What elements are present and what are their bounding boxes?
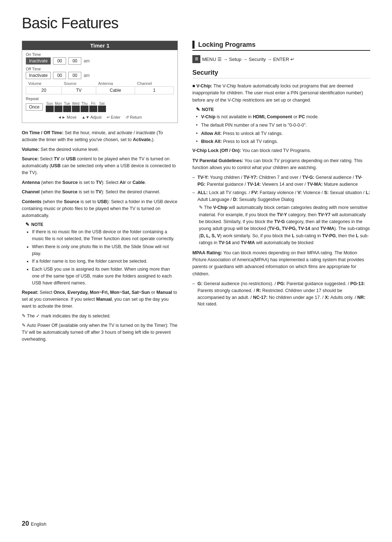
vchip-auto-note: ✎ The V-Chip will automatically block ce… (199, 204, 370, 246)
off-time-label: Off Time (26, 67, 174, 71)
source-col-header: Source (62, 81, 96, 87)
repeat-row: Repeat Once Sun Mon (26, 97, 174, 112)
mpaa-item-1: G: General audience (no restrictions). /… (192, 280, 370, 308)
off-time-hour[interactable]: 00 (53, 72, 66, 79)
left-note-header: ✎ NOTE (25, 222, 178, 227)
volume-text: Volume: Set the desired volume level. (22, 146, 178, 153)
nav-adjust: ▲▼ Adjust (82, 115, 102, 120)
mpaa-intro: MPAA Rating: You can block movies depend… (192, 250, 370, 278)
security-title: Security (192, 69, 370, 78)
auto-power-text: ✎ Auto Power Off (available only when th… (22, 322, 178, 342)
volume-value[interactable]: 20 (26, 87, 62, 94)
vchip-lock-text: V-Chip Lock (Off / On): You can block ra… (192, 147, 370, 154)
day-wed[interactable]: Wed (72, 102, 80, 112)
section-bar-icon (192, 41, 195, 49)
day-fri[interactable]: Fri (89, 102, 97, 112)
parental-item-2: ALL: Lock all TV ratings. / FV: Fantasy … (192, 189, 370, 203)
left-note-title: NOTE (31, 222, 43, 227)
on-time-min[interactable]: 00 (68, 57, 81, 65)
repeat-once-btn[interactable]: Once (26, 103, 43, 111)
nav-enter: ↵ Enter (107, 115, 121, 120)
day-thu[interactable]: Thu (81, 102, 89, 112)
locking-programs-header: Locking Programs (192, 41, 370, 51)
left-note-list: If there is no music file on the USB dev… (32, 229, 178, 286)
menu-icon: ☰ (192, 55, 200, 63)
note-item-4: Each USB you use is assigned its own fol… (32, 266, 178, 286)
day-sat[interactable]: Sat (98, 102, 106, 112)
note-item-1: If there is no music file on the USB dev… (32, 229, 178, 242)
left-note-section: ✎ NOTE If there is no music file on the … (25, 222, 178, 286)
parental-guidelines-text: TV Parental Guidelines: You can block TV… (192, 157, 370, 172)
channel-text: Channel (when the Source is set to TV): … (22, 189, 178, 196)
channel-value[interactable]: 1 (135, 87, 173, 94)
parental-item-1: TV-Y: Young children / TV-Y7: Children 7… (192, 174, 370, 188)
day-tue[interactable]: Tue (63, 102, 71, 112)
source-value[interactable]: TV (62, 87, 96, 94)
off-time-ampm: am (83, 73, 90, 78)
page-number: 20 English (22, 520, 46, 527)
off-time-btn[interactable]: Inactivate (26, 72, 51, 79)
repeat-text: Repeat: Select Once, Everyday, Mon~Fri, … (22, 289, 178, 309)
timer-settings-table: Volume Source Antenna Channel 20 TV Cabl… (26, 81, 174, 94)
left-column: Timer 1 On Time Inactivate 00 00 am Off … (22, 41, 178, 346)
vchip-note-1: V-Chip is not available in HDMI, Compone… (196, 114, 370, 120)
timer-title: Timer 1 (22, 41, 177, 50)
volume-col-header: Volume (26, 81, 62, 87)
page-title: Basic Features (22, 15, 370, 32)
left-text-content: On Time / Off Time: Set the hour, minute… (22, 130, 178, 343)
on-time-fields: Inactivate 00 00 am (26, 57, 174, 65)
note-item-3: If a folder name is too long, the folder… (32, 258, 178, 265)
on-time-ampm: am (83, 58, 90, 63)
day-sun[interactable]: Sun (46, 102, 54, 112)
right-note-list: V-Chip is not available in HDMI, Compone… (196, 114, 370, 145)
nav-move: ◄► Move (58, 115, 77, 120)
page-language: English (31, 521, 46, 527)
right-note-title: NOTE (202, 107, 214, 112)
right-text-content: ■ V-Chip: The V-Chip feature automatical… (192, 83, 370, 308)
timer-nav: ◄► Move ▲▼ Adjust ↵ Enter ↺ Return (26, 115, 174, 120)
source-text: Source: Select TV or USB content to be p… (22, 156, 178, 176)
locking-programs-title: Locking Programs (198, 41, 256, 49)
repeat-label: Repeat (26, 97, 174, 101)
pencil-icon: ✎ (25, 222, 29, 227)
vchip-note-3: Allow All: Press to unlock all TV rating… (196, 130, 370, 137)
on-time-btn[interactable]: Inactivate (26, 57, 51, 65)
timer-box: Timer 1 On Time Inactivate 00 00 am Off … (22, 41, 178, 123)
note-item-2: When there is only one photo file in the… (32, 243, 178, 257)
right-note-header: ✎ NOTE (196, 107, 370, 112)
right-note-section: ✎ NOTE V-Chip is not available in HDMI, … (196, 107, 370, 145)
right-pencil-icon: ✎ (196, 107, 200, 112)
nav-return: ↺ Return (126, 115, 142, 120)
vchip-note-4: Block All: Press to lock all TV ratings. (196, 138, 370, 145)
contents-text: Contents (when the Source is set to USB)… (22, 198, 178, 219)
right-column: Locking Programs ☰ MENU ☰ → Setup → Secu… (192, 41, 370, 346)
antenna-col-header: Antenna (96, 81, 135, 87)
menu-path-text: MENU ☰ → Setup → Security → ENTER ↵ (202, 57, 294, 62)
antenna-text: Antenna (when the Source is set to TV): … (22, 179, 178, 186)
channel-col-header: Channel (135, 81, 173, 87)
on-time-label: On Time (26, 52, 174, 57)
mpaa-list: G: General audience (no restrictions). /… (192, 280, 370, 308)
on-time-hour[interactable]: 00 (53, 57, 66, 65)
on-off-time-text: On Time / Off Time: Set the hour, minute… (22, 130, 178, 143)
parental-list: TV-Y: Young children / TV-Y7: Children 7… (192, 174, 370, 203)
repeat-days: Once Sun Mon Tue (26, 102, 174, 112)
vchip-note-2: The default PIN number of a new TV set i… (196, 122, 370, 129)
off-time-min[interactable]: 00 (68, 72, 81, 79)
checkmark-text: ✎ The ✓ mark indicates the day is select… (22, 313, 178, 320)
off-time-fields: Inactivate 00 00 am (26, 72, 174, 79)
page-num-value: 20 (22, 520, 29, 527)
vchip-intro: ■ V-Chip: The V-Chip feature automatical… (192, 83, 370, 104)
day-mon[interactable]: Mon (54, 102, 62, 112)
antenna-value[interactable]: Cable (96, 87, 135, 94)
menu-path: ☰ MENU ☰ → Setup → Security → ENTER ↵ (192, 55, 370, 63)
